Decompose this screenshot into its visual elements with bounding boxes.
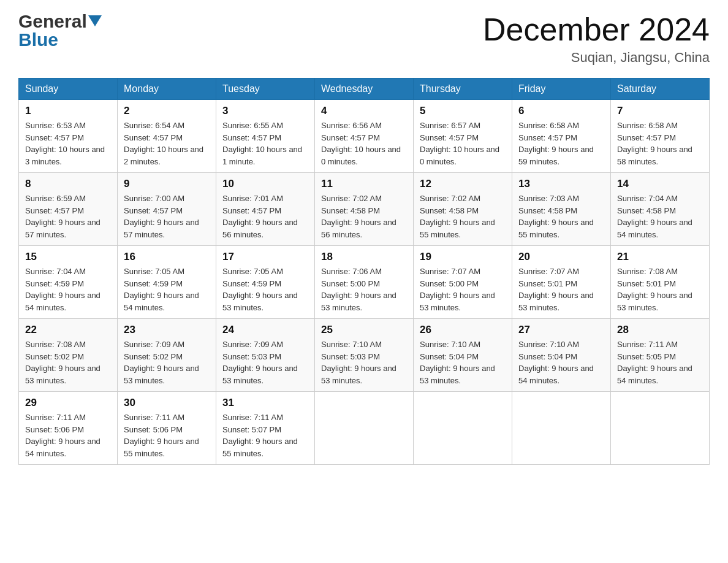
page: General Blue December 2024 Suqian, Jiang… [0, 0, 728, 563]
day-number: 22 [25, 324, 111, 336]
day-info: Sunrise: 7:11 AMSunset: 5:06 PMDaylight:… [124, 413, 199, 458]
day-info: Sunrise: 7:05 AMSunset: 4:59 PMDaylight:… [222, 267, 298, 312]
day-info: Sunrise: 6:58 AMSunset: 4:57 PMDaylight:… [518, 121, 594, 166]
table-row: 1 Sunrise: 6:53 AMSunset: 4:57 PMDayligh… [19, 100, 118, 173]
day-number: 18 [321, 251, 407, 263]
table-row: 31 Sunrise: 7:11 AMSunset: 5:07 PMDaylig… [216, 392, 315, 465]
day-info: Sunrise: 6:58 AMSunset: 4:57 PMDaylight:… [617, 121, 692, 166]
month-title: December 2024 [483, 12, 710, 47]
day-number: 30 [124, 397, 210, 409]
day-number: 26 [420, 324, 506, 336]
day-number: 15 [25, 251, 111, 263]
day-number: 31 [222, 397, 308, 409]
day-number: 11 [321, 178, 407, 190]
day-info: Sunrise: 7:04 AMSunset: 4:59 PMDaylight:… [25, 267, 100, 312]
col-saturday: Saturday [611, 79, 710, 100]
logo-triangle-icon [88, 15, 102, 26]
day-number: 25 [321, 324, 407, 336]
table-row: 16 Sunrise: 7:05 AMSunset: 4:59 PMDaylig… [118, 246, 216, 319]
day-number: 14 [617, 178, 703, 190]
logo: General Blue [18, 12, 102, 49]
day-info: Sunrise: 6:56 AMSunset: 4:57 PMDaylight:… [321, 121, 401, 166]
day-info: Sunrise: 7:07 AMSunset: 5:01 PMDaylight:… [518, 267, 594, 312]
day-number: 1 [25, 105, 111, 117]
day-number: 7 [617, 105, 703, 117]
day-info: Sunrise: 7:03 AMSunset: 4:58 PMDaylight:… [518, 194, 594, 239]
day-number: 20 [518, 251, 604, 263]
table-row: 28 Sunrise: 7:11 AMSunset: 5:05 PMDaylig… [611, 319, 710, 392]
day-info: Sunrise: 7:10 AMSunset: 5:04 PMDaylight:… [420, 340, 495, 385]
calendar-table: Sunday Monday Tuesday Wednesday Thursday… [18, 78, 710, 465]
table-row [315, 392, 414, 465]
table-row: 2 Sunrise: 6:54 AMSunset: 4:57 PMDayligh… [118, 100, 216, 173]
table-row: 4 Sunrise: 6:56 AMSunset: 4:57 PMDayligh… [315, 100, 414, 173]
table-row: 7 Sunrise: 6:58 AMSunset: 4:57 PMDayligh… [611, 100, 710, 173]
table-row: 20 Sunrise: 7:07 AMSunset: 5:01 PMDaylig… [512, 246, 611, 319]
logo-blue-text: Blue [18, 29, 58, 50]
day-number: 12 [420, 178, 506, 190]
day-number: 4 [321, 105, 407, 117]
day-number: 13 [518, 178, 604, 190]
table-row [414, 392, 512, 465]
day-number: 29 [25, 397, 111, 409]
col-wednesday: Wednesday [315, 79, 414, 100]
day-number: 3 [222, 105, 308, 117]
header: General Blue December 2024 Suqian, Jiang… [18, 12, 710, 66]
table-row: 5 Sunrise: 6:57 AMSunset: 4:57 PMDayligh… [414, 100, 512, 173]
day-number: 2 [124, 105, 210, 117]
table-row: 21 Sunrise: 7:08 AMSunset: 5:01 PMDaylig… [611, 246, 710, 319]
day-info: Sunrise: 6:55 AMSunset: 4:57 PMDaylight:… [222, 121, 302, 166]
day-info: Sunrise: 7:07 AMSunset: 5:00 PMDaylight:… [420, 267, 495, 312]
title-section: December 2024 Suqian, Jiangsu, China [483, 12, 710, 66]
day-number: 8 [25, 178, 111, 190]
col-tuesday: Tuesday [216, 79, 315, 100]
table-row: 11 Sunrise: 7:02 AMSunset: 4:58 PMDaylig… [315, 173, 414, 246]
day-info: Sunrise: 6:53 AMSunset: 4:57 PMDaylight:… [25, 121, 105, 166]
table-row: 12 Sunrise: 7:02 AMSunset: 4:58 PMDaylig… [414, 173, 512, 246]
day-info: Sunrise: 7:11 AMSunset: 5:05 PMDaylight:… [617, 340, 692, 385]
table-row: 19 Sunrise: 7:07 AMSunset: 5:00 PMDaylig… [414, 246, 512, 319]
calendar-week-5: 29 Sunrise: 7:11 AMSunset: 5:06 PMDaylig… [19, 392, 710, 465]
day-info: Sunrise: 6:57 AMSunset: 4:57 PMDaylight:… [420, 121, 499, 166]
day-number: 28 [617, 324, 703, 336]
location-text: Suqian, Jiangsu, China [483, 50, 710, 66]
day-info: Sunrise: 7:09 AMSunset: 5:02 PMDaylight:… [124, 340, 199, 385]
table-row: 3 Sunrise: 6:55 AMSunset: 4:57 PMDayligh… [216, 100, 315, 173]
day-info: Sunrise: 7:08 AMSunset: 5:02 PMDaylight:… [25, 340, 100, 385]
table-row: 27 Sunrise: 7:10 AMSunset: 5:04 PMDaylig… [512, 319, 611, 392]
header-row: Sunday Monday Tuesday Wednesday Thursday… [19, 79, 710, 100]
day-info: Sunrise: 7:10 AMSunset: 5:04 PMDaylight:… [518, 340, 594, 385]
calendar-week-4: 22 Sunrise: 7:08 AMSunset: 5:02 PMDaylig… [19, 319, 710, 392]
table-row [611, 392, 710, 465]
table-row: 25 Sunrise: 7:10 AMSunset: 5:03 PMDaylig… [315, 319, 414, 392]
table-row: 15 Sunrise: 7:04 AMSunset: 4:59 PMDaylig… [19, 246, 118, 319]
day-info: Sunrise: 7:00 AMSunset: 4:57 PMDaylight:… [124, 194, 199, 239]
table-row: 13 Sunrise: 7:03 AMSunset: 4:58 PMDaylig… [512, 173, 611, 246]
day-number: 6 [518, 105, 604, 117]
day-number: 19 [420, 251, 506, 263]
day-number: 24 [222, 324, 308, 336]
day-info: Sunrise: 7:05 AMSunset: 4:59 PMDaylight:… [124, 267, 199, 312]
table-row: 29 Sunrise: 7:11 AMSunset: 5:06 PMDaylig… [19, 392, 118, 465]
day-number: 10 [222, 178, 308, 190]
day-info: Sunrise: 6:54 AMSunset: 4:57 PMDaylight:… [124, 121, 203, 166]
day-info: Sunrise: 7:02 AMSunset: 4:58 PMDaylight:… [420, 194, 495, 239]
day-info: Sunrise: 7:04 AMSunset: 4:58 PMDaylight:… [617, 194, 692, 239]
day-info: Sunrise: 7:11 AMSunset: 5:07 PMDaylight:… [222, 413, 298, 458]
table-row [512, 392, 611, 465]
table-row: 18 Sunrise: 7:06 AMSunset: 5:00 PMDaylig… [315, 246, 414, 319]
day-info: Sunrise: 7:11 AMSunset: 5:06 PMDaylight:… [25, 413, 100, 458]
day-info: Sunrise: 7:02 AMSunset: 4:58 PMDaylight:… [321, 194, 396, 239]
table-row: 10 Sunrise: 7:01 AMSunset: 4:57 PMDaylig… [216, 173, 315, 246]
day-number: 17 [222, 251, 308, 263]
day-info: Sunrise: 7:01 AMSunset: 4:57 PMDaylight:… [222, 194, 298, 239]
day-info: Sunrise: 7:10 AMSunset: 5:03 PMDaylight:… [321, 340, 396, 385]
day-info: Sunrise: 7:09 AMSunset: 5:03 PMDaylight:… [222, 340, 298, 385]
col-monday: Monday [118, 79, 216, 100]
table-row: 6 Sunrise: 6:58 AMSunset: 4:57 PMDayligh… [512, 100, 611, 173]
table-row: 24 Sunrise: 7:09 AMSunset: 5:03 PMDaylig… [216, 319, 315, 392]
day-info: Sunrise: 6:59 AMSunset: 4:57 PMDaylight:… [25, 194, 100, 239]
table-row: 30 Sunrise: 7:11 AMSunset: 5:06 PMDaylig… [118, 392, 216, 465]
col-friday: Friday [512, 79, 611, 100]
table-row: 17 Sunrise: 7:05 AMSunset: 4:59 PMDaylig… [216, 246, 315, 319]
